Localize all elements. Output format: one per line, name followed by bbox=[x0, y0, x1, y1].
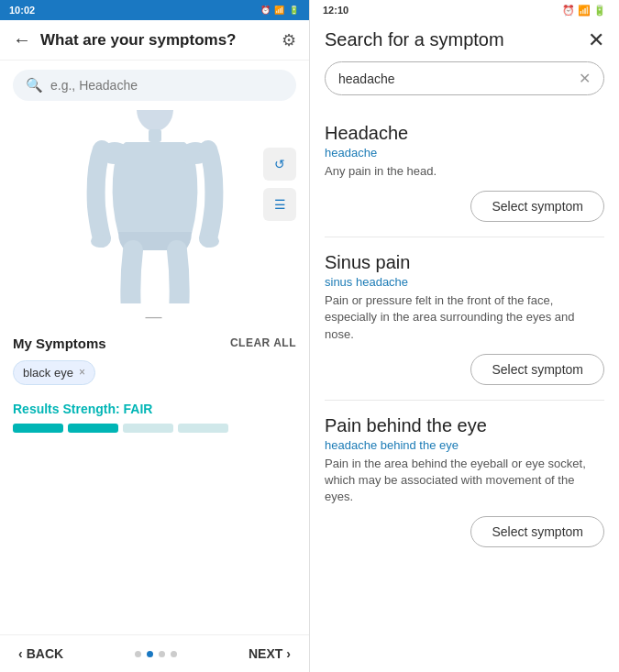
chevron-right-icon: › bbox=[286, 646, 291, 661]
svg-point-4 bbox=[91, 235, 109, 248]
result-desc-sinus: Pain or pressure felt in the front of th… bbox=[325, 292, 604, 343]
result-tag-sinus: sinus headache bbox=[325, 275, 604, 289]
right-time: 12:10 bbox=[323, 5, 348, 16]
status-bar-left: 10:02 ⏰ 📶 🔋 bbox=[0, 0, 309, 20]
results-strength-section: Results Strength: FAIR bbox=[0, 396, 309, 442]
left-search-bar[interactable]: 🔍 bbox=[13, 70, 296, 101]
symptom-tag-black-eye: black eye × bbox=[13, 360, 95, 385]
result-desc-eye: Pain in the area behind the eyeball or e… bbox=[325, 456, 604, 506]
result-tag-headache: headache bbox=[325, 146, 604, 160]
symptom-tags: black eye × bbox=[13, 360, 296, 385]
select-symptom-button-headache[interactable]: Select symptom bbox=[470, 191, 604, 222]
symptom-tag-label: black eye bbox=[23, 366, 73, 380]
result-name-sinus: Sinus pain bbox=[325, 252, 604, 273]
nav-dot-4 bbox=[171, 651, 177, 657]
clear-search-icon[interactable]: ✕ bbox=[579, 70, 591, 87]
svg-point-5 bbox=[201, 235, 219, 248]
my-symptoms-header: My Symptoms CLEAR ALL bbox=[13, 336, 296, 351]
symptom-search-input[interactable] bbox=[338, 72, 571, 86]
result-name-eye: Pain behind the eye bbox=[325, 415, 604, 436]
result-tag-eye: headache behind the eye bbox=[325, 438, 604, 452]
list-icon: ☰ bbox=[274, 197, 286, 212]
result-desc-headache: Any pain in the head. bbox=[325, 163, 604, 180]
strength-bar-3 bbox=[123, 424, 173, 433]
bottom-nav: ‹ BACK NEXT › bbox=[0, 634, 309, 672]
select-symptom-button-eye[interactable]: Select symptom bbox=[470, 516, 604, 547]
nav-dots bbox=[135, 651, 177, 657]
nav-next-button[interactable]: NEXT › bbox=[249, 646, 291, 661]
close-button[interactable]: ✕ bbox=[588, 30, 604, 50]
chevron-left-icon: ‹ bbox=[18, 646, 23, 661]
my-symptoms-label: My Symptoms bbox=[13, 336, 106, 351]
list-button[interactable]: ☰ bbox=[263, 188, 296, 221]
svg-rect-1 bbox=[149, 129, 161, 142]
result-item-eye-pain: Pain behind the eye headache behind the … bbox=[325, 401, 604, 563]
nav-dot-2 bbox=[147, 651, 153, 657]
right-panel: 12:10 ⏰ 📶 🔋 Search for a symptom ✕ ✕ Hea… bbox=[310, 0, 619, 672]
body-viewer: ↺ ☰ bbox=[0, 110, 309, 303]
result-item-headache: Headache headache Any pain in the head. … bbox=[325, 108, 604, 237]
body-svg bbox=[82, 110, 228, 303]
drag-handle: — bbox=[0, 307, 309, 326]
rotate-button[interactable]: ↺ bbox=[263, 148, 296, 181]
result-item-sinus-pain: Sinus pain sinus headache Pain or pressu… bbox=[325, 237, 604, 401]
nav-dot-1 bbox=[135, 651, 141, 657]
left-panel: 10:02 ⏰ 📶 🔋 ← What are your symptoms? ⚙ … bbox=[0, 0, 310, 672]
status-bar-right: 12:10 ⏰ 📶 🔋 bbox=[310, 0, 619, 20]
body-figure bbox=[82, 110, 228, 303]
next-label: NEXT bbox=[249, 646, 282, 661]
my-symptoms-section: My Symptoms CLEAR ALL black eye × bbox=[0, 326, 309, 396]
back-label: BACK bbox=[27, 646, 63, 661]
strength-bars bbox=[13, 424, 296, 433]
page-title: What are your symptoms? bbox=[40, 31, 272, 50]
right-search-bar[interactable]: ✕ bbox=[325, 61, 604, 95]
strength-bar-2 bbox=[68, 424, 118, 433]
right-status-icons: ⏰ 📶 🔋 bbox=[562, 5, 606, 17]
nav-back-button[interactable]: ‹ BACK bbox=[18, 646, 63, 661]
left-header: ← What are your symptoms? ⚙ bbox=[0, 20, 309, 61]
search-input[interactable] bbox=[50, 78, 283, 93]
remove-tag-button[interactable]: × bbox=[79, 367, 85, 378]
gear-icon[interactable]: ⚙ bbox=[282, 30, 296, 50]
left-status-icons: ⏰ 📶 🔋 bbox=[260, 6, 300, 15]
svg-point-0 bbox=[137, 110, 173, 131]
result-name-headache: Headache bbox=[325, 123, 604, 144]
right-header: Search for a symptom ✕ bbox=[310, 20, 619, 58]
results-strength-label: Results Strength: FAIR bbox=[13, 402, 296, 416]
left-time: 10:02 bbox=[9, 5, 35, 16]
select-symptom-button-sinus[interactable]: Select symptom bbox=[470, 354, 604, 385]
strength-bar-4 bbox=[178, 424, 228, 433]
strength-bar-1 bbox=[13, 424, 63, 433]
clear-all-button[interactable]: CLEAR ALL bbox=[230, 336, 296, 349]
rotate-icon: ↺ bbox=[274, 157, 285, 171]
back-arrow-icon[interactable]: ← bbox=[13, 29, 31, 50]
side-controls: ↺ ☰ bbox=[263, 148, 296, 221]
search-icon: 🔍 bbox=[26, 77, 43, 94]
right-panel-title: Search for a symptom bbox=[325, 29, 504, 50]
nav-dot-3 bbox=[159, 651, 165, 657]
results-list: Headache headache Any pain in the head. … bbox=[310, 108, 619, 672]
